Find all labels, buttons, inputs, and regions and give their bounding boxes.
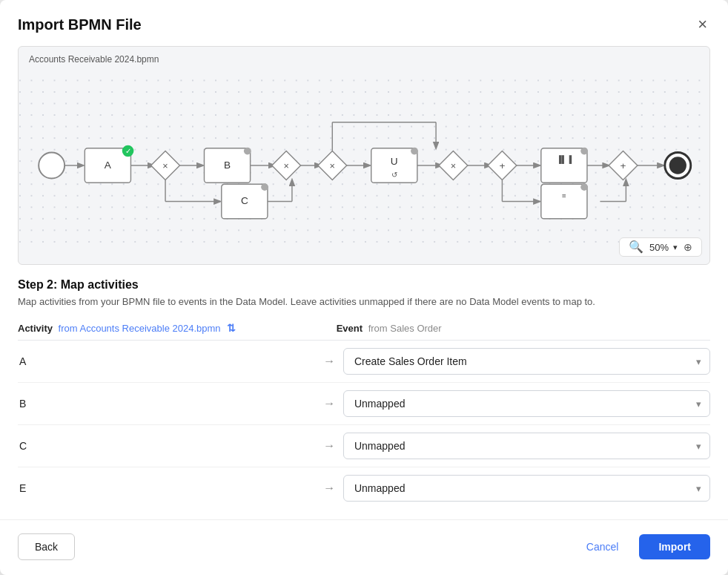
- zoom-in-button[interactable]: ⊕: [682, 242, 694, 252]
- svg-point-35: [411, 148, 418, 155]
- arrow-icon: →: [316, 397, 343, 410]
- table-row: C→Create Sales Order ItemUnmappedOption …: [18, 425, 710, 467]
- svg-text:B: B: [224, 160, 231, 171]
- event-dropdown: Create Sales Order ItemUnmappedOption 3▾: [343, 433, 710, 459]
- arrow-icon: →: [316, 439, 343, 453]
- zoom-controls: 🔍 50% ▾ ⊕: [619, 237, 702, 257]
- modal-footer: Back Cancel Import: [0, 519, 728, 575]
- import-button[interactable]: Import: [639, 534, 710, 559]
- activity-label: A: [18, 355, 316, 367]
- svg-point-19: [261, 183, 268, 191]
- mapping-rows-container: A→Create Sales Order ItemUnmappedOption …: [18, 341, 710, 504]
- bpmn-file-label: Accounts Receivable 2024.bpmn: [29, 54, 159, 65]
- event-dropdown: Create Sales Order ItemUnmappedOption 3▾: [343, 390, 710, 417]
- table-row: A→Create Sales Order ItemUnmappedOption …: [18, 341, 710, 383]
- arrow-icon: →: [316, 355, 343, 368]
- zoom-chevron-icon[interactable]: ▾: [673, 243, 678, 252]
- svg-rect-48: [541, 184, 587, 219]
- event-select[interactable]: Create Sales Order ItemUnmappedOption 3: [343, 475, 710, 502]
- modal-title: Import BPMN File: [18, 16, 142, 33]
- close-button[interactable]: ×: [695, 15, 710, 34]
- step-title: Step 2: Map activities: [18, 278, 710, 292]
- svg-text:×: ×: [451, 161, 456, 171]
- sort-icon[interactable]: ⇅: [227, 322, 236, 334]
- svg-point-58: [669, 157, 686, 174]
- back-button[interactable]: Back: [18, 533, 75, 560]
- event-dropdown: Create Sales Order ItemUnmappedOption 3▾: [343, 348, 710, 375]
- zoom-out-button[interactable]: 🔍: [627, 241, 645, 253]
- event-select[interactable]: Create Sales Order ItemUnmappedOption 3: [343, 433, 710, 459]
- footer-right: Cancel Import: [575, 534, 710, 559]
- arrow-icon: →: [316, 482, 343, 495]
- svg-point-47: [580, 148, 588, 155]
- svg-text:×: ×: [330, 161, 335, 171]
- event-select[interactable]: Create Sales Order ItemUnmappedOption 3: [343, 348, 710, 375]
- svg-text:▐▌▐: ▐▌▐: [557, 155, 572, 164]
- col-activity-header: Activity from Accounts Receivable 2024.b…: [18, 322, 337, 334]
- svg-text:×: ×: [162, 161, 168, 171]
- zoom-value: 50%: [649, 242, 669, 253]
- activity-label: B: [18, 398, 316, 410]
- modal-header: Import BPMN File ×: [0, 0, 728, 46]
- table-row: B→Create Sales Order ItemUnmappedOption …: [18, 383, 710, 425]
- activity-label: C: [18, 440, 316, 452]
- event-select[interactable]: Create Sales Order ItemUnmappedOption 3: [343, 390, 710, 417]
- table-header: Activity from Accounts Receivable 2024.b…: [18, 318, 710, 341]
- bpmn-canvas: Accounts Receivable 2024.bpmn A ✓: [18, 46, 710, 265]
- svg-text:×: ×: [283, 161, 288, 171]
- svg-text:✓: ✓: [125, 147, 131, 155]
- svg-point-2: [39, 153, 64, 179]
- cancel-button[interactable]: Cancel: [575, 534, 631, 559]
- svg-rect-45: [541, 148, 587, 183]
- table-row: E→Create Sales Order ItemUnmappedOption …: [18, 467, 710, 504]
- svg-text:A: A: [105, 160, 112, 171]
- svg-text:↺: ↺: [391, 171, 397, 179]
- svg-text:+: +: [499, 160, 505, 171]
- svg-text:≡: ≡: [562, 191, 566, 200]
- svg-text:+: +: [621, 160, 626, 171]
- step-description: Map activities from your BPMN file to ev…: [18, 296, 710, 307]
- svg-point-50: [580, 183, 588, 191]
- svg-text:U: U: [391, 156, 398, 167]
- svg-point-16: [244, 148, 251, 155]
- col-event-header: Event from Sales Order: [337, 323, 710, 334]
- svg-text:C: C: [241, 195, 248, 206]
- activity-label: E: [18, 482, 316, 494]
- event-dropdown: Create Sales Order ItemUnmappedOption 3▾: [343, 475, 710, 502]
- import-bpmn-modal: Import BPMN File × Accounts Receivable 2…: [0, 0, 728, 575]
- step-section: Step 2: Map activities Map activities fr…: [0, 265, 728, 504]
- bpmn-svg: A ✓ × B C: [19, 69, 709, 262]
